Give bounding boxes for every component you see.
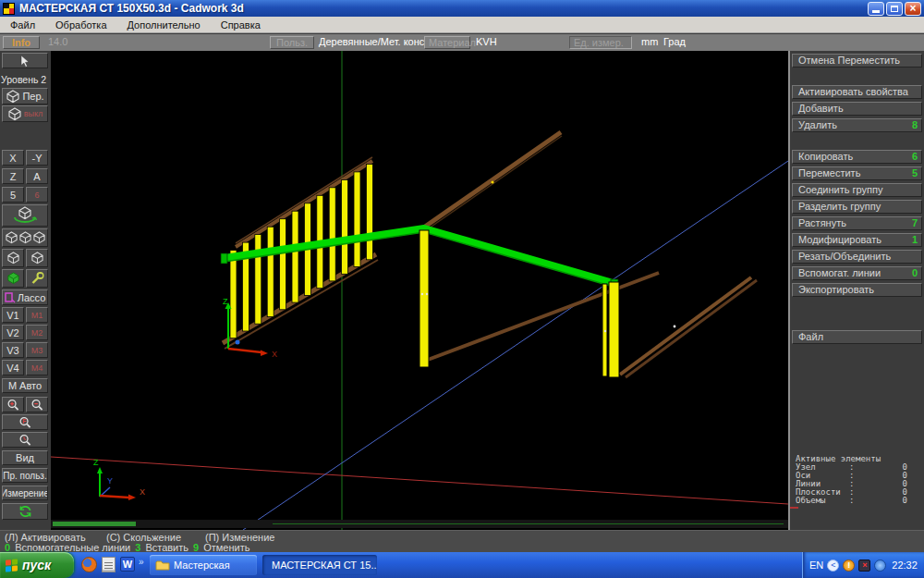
- wire-cube-icon: [7, 107, 22, 121]
- aux-lines-label: Вспомогат. линии: [798, 267, 881, 278]
- minimize-button[interactable]: [868, 2, 884, 16]
- zoom-previous-icon: [18, 434, 31, 447]
- menu-help[interactable]: Справка: [211, 17, 271, 32]
- start-button[interactable]: пуск: [0, 552, 74, 578]
- zoom-window-button[interactable]: F: [2, 414, 48, 430]
- material-button[interactable]: Материал: [424, 36, 470, 49]
- view-v4-button[interactable]: V4: [2, 360, 24, 375]
- network-disabled-icon[interactable]: ×: [858, 560, 870, 572]
- zoom-out-button[interactable]: [26, 397, 48, 412]
- view-button[interactable]: Вид: [2, 450, 48, 465]
- task-cadwork-button[interactable]: МАСТЕРСКАЯ СТ 15...: [262, 555, 377, 575]
- menu-extras[interactable]: Дополнительно: [117, 17, 211, 32]
- axis-x-button[interactable]: X: [2, 150, 24, 166]
- info-button[interactable]: Info: [3, 36, 40, 49]
- display-state-button[interactable]: выкл: [2, 105, 48, 122]
- world-z-label: Z: [93, 458, 99, 467]
- view-v2-button[interactable]: V2: [2, 325, 24, 340]
- view-mode-row[interactable]: [2, 228, 48, 247]
- modify-button[interactable]: Модифицировать1: [792, 233, 922, 247]
- tools-button[interactable]: [26, 269, 48, 288]
- right-stud[interactable]: [602, 282, 619, 377]
- join-group-button[interactable]: Соединить группу: [792, 183, 922, 197]
- svg-text:F: F: [22, 418, 26, 424]
- memory-m3-button[interactable]: М3: [26, 342, 48, 358]
- title-bar[interactable]: МАСТЕРСКАЯ СТ 150X50.3d - Cadwork 3d ×: [0, 0, 924, 17]
- aux-lines-button[interactable]: Вспомогат. линии0: [792, 266, 922, 280]
- key-5-button[interactable]: 5: [2, 187, 24, 203]
- axis-z-button[interactable]: Z: [2, 168, 24, 184]
- scrollbar-thumb[interactable]: [53, 522, 136, 526]
- zoom-in-button[interactable]: [2, 397, 24, 412]
- category-label: Деревянные/Мет. констр.: [319, 36, 438, 49]
- language-indicator[interactable]: EN: [809, 560, 823, 571]
- state-off-label: выкл: [24, 109, 43, 118]
- copy-button[interactable]: Копировать6: [792, 150, 922, 164]
- update-icon[interactable]: [874, 560, 886, 572]
- zoom-previous-button[interactable]: [2, 432, 48, 448]
- rotate-view-button[interactable]: [2, 204, 48, 227]
- shaded-view-button[interactable]: [2, 269, 24, 288]
- user-projection-button[interactable]: Пр. польз.: [2, 468, 48, 483]
- split-group-label: Разделить группу: [798, 201, 881, 212]
- document-icon[interactable]: [102, 557, 116, 572]
- red-construction-line: [51, 457, 788, 504]
- menu-file[interactable]: Файл: [0, 17, 45, 32]
- world-x-label: X: [140, 487, 145, 497]
- activate-properties-button[interactable]: Активировать свойства: [792, 85, 922, 99]
- key-6-button[interactable]: 6: [26, 187, 48, 203]
- axis-a-button[interactable]: A: [26, 168, 48, 184]
- word-icon[interactable]: W: [120, 557, 135, 572]
- middle-stud[interactable]: [419, 230, 429, 367]
- perspective-button[interactable]: Пер.: [2, 88, 48, 105]
- split-group-button[interactable]: Разделить группу: [792, 200, 922, 214]
- wireframe-view-button[interactable]: [2, 249, 24, 267]
- axis-neg-y-button[interactable]: -Y: [26, 150, 48, 166]
- file-button[interactable]: Файл: [792, 330, 922, 344]
- memory-m1-button[interactable]: М1: [26, 307, 48, 323]
- windows-logo-icon: [6, 559, 18, 572]
- m-auto-button[interactable]: M Авто: [2, 378, 48, 393]
- activate-cursor-button[interactable]: [2, 53, 48, 68]
- delete-label: Удалить: [798, 119, 837, 130]
- horizontal-scrollbar[interactable]: [51, 520, 788, 528]
- menu-edit[interactable]: Обработка: [45, 17, 116, 32]
- cancel-move-button[interactable]: Отмена Переместить: [792, 54, 922, 68]
- delete-button[interactable]: Удалить8: [792, 118, 922, 132]
- view-v1-button[interactable]: V1: [2, 307, 24, 323]
- lasso-button[interactable]: Лассо: [2, 289, 48, 305]
- memory-m4-button[interactable]: М4: [26, 360, 48, 375]
- close-button[interactable]: ×: [905, 2, 921, 16]
- user-button[interactable]: Польз.: [270, 36, 314, 49]
- active-row-volumes: Объемы:0: [796, 497, 920, 505]
- view-v3-button[interactable]: V3: [2, 342, 24, 358]
- cadwork-window: МАСТЕРСКАЯ СТ 150X50.3d - Cadwork 3d × Ф…: [0, 0, 924, 578]
- stretch-shortcut: 7: [912, 217, 918, 229]
- scene-canvas[interactable]: Z X Z Y X: [51, 51, 788, 530]
- window-title: МАСТЕРСКАЯ СТ 150X50.3d - Cadwork 3d: [19, 2, 868, 15]
- move-button[interactable]: Переместить5: [792, 166, 922, 180]
- red-line-tick: [790, 507, 798, 509]
- memory-m2-button[interactable]: М2: [26, 325, 48, 340]
- regenerate-button[interactable]: [2, 503, 48, 520]
- security-shield-icon[interactable]: !: [843, 560, 855, 572]
- modify-label: Модифицировать: [798, 234, 881, 245]
- hide-icons-chevron[interactable]: <: [827, 560, 839, 572]
- system-tray: EN < ! × 22:32: [802, 552, 924, 578]
- restore-button[interactable]: [886, 2, 903, 16]
- clock: 22:32: [892, 560, 918, 571]
- 3d-viewport[interactable]: Z X Z Y X: [51, 51, 788, 530]
- firefox-icon[interactable]: [81, 557, 97, 572]
- hidden-line-view-button[interactable]: [26, 249, 48, 267]
- measure-button[interactable]: Измерение: [2, 486, 48, 500]
- task-folder-button[interactable]: Мастерская: [150, 555, 257, 575]
- solid-cube-icon: [6, 272, 20, 285]
- add-button[interactable]: Добавить: [792, 102, 922, 116]
- overflow-chevron-icon[interactable]: »: [139, 557, 144, 567]
- folder-icon: [155, 559, 170, 572]
- export-button[interactable]: Экспортировать: [792, 283, 922, 297]
- stretch-button[interactable]: Растянуть7: [792, 216, 922, 230]
- cut-join-button[interactable]: Резать/Объединить: [792, 250, 922, 264]
- unit-field[interactable]: Ед. измер.: [569, 36, 632, 49]
- active-elements-block: Активные элементы Узел:0 Оси:0 Линии:0 П…: [796, 455, 920, 505]
